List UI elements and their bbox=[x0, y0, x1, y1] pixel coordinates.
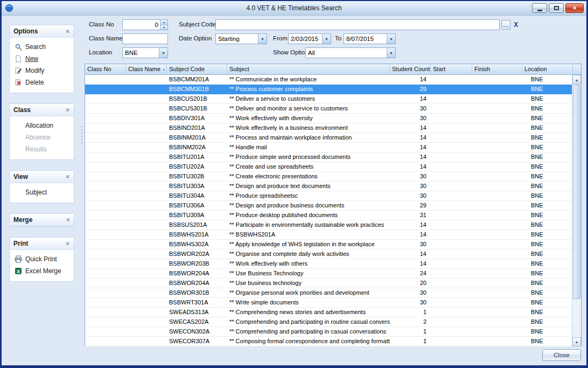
table-row[interactable]: BSBINM202A** Handle mail14BNE bbox=[85, 143, 581, 152]
table-row[interactable]: BSBITU304A** Produce spreadsheetsc30BNE bbox=[85, 191, 581, 201]
table-row[interactable]: BSBITU201A** Produce simple word process… bbox=[85, 152, 581, 162]
panel-view-header[interactable]: View « bbox=[10, 171, 74, 183]
location-label: Location bbox=[89, 49, 112, 55]
table-row[interactable]: BSBITU202A** Create and use spreadsheets… bbox=[85, 162, 581, 172]
search-icon bbox=[15, 43, 22, 51]
sidebar-item-new[interactable]: New bbox=[10, 53, 74, 65]
table-row[interactable]: BSBWOR202A** Organise and complete daily… bbox=[85, 249, 581, 259]
from-date-select[interactable]: 2/03/2015 ▼ bbox=[288, 33, 331, 44]
cell-subject: ** Deliver a service to customers bbox=[227, 94, 390, 103]
sidebar-item-delete[interactable]: Delete bbox=[10, 77, 74, 88]
cell-location: BNE bbox=[522, 85, 573, 94]
close-window-button[interactable]: × bbox=[565, 3, 584, 13]
minimize-button[interactable] bbox=[532, 3, 547, 13]
table-row[interactable]: SWECON302A** Comprehending and participa… bbox=[85, 327, 581, 337]
sidebar-item-modify[interactable]: Modify bbox=[10, 65, 74, 77]
column-header-class-no[interactable]: Class No bbox=[85, 64, 126, 75]
table-row[interactable]: BSBCUS301B** Deliver and monitor a servi… bbox=[85, 104, 581, 114]
cell-finish bbox=[472, 240, 522, 249]
table-row[interactable]: BSBITU303A** Design and produce text doc… bbox=[85, 182, 581, 191]
cell-subjcode: BSBWOR204A bbox=[167, 269, 227, 278]
vertical-scrollbar[interactable]: ▲ ▼ bbox=[572, 75, 581, 346]
subject-code-lookup-button[interactable]: … bbox=[501, 20, 510, 30]
table-row[interactable]: BSBWOR204A** Use business technology20BN… bbox=[85, 279, 581, 288]
scroll-down-icon[interactable]: ▼ bbox=[572, 337, 581, 346]
expand-chevron-icon[interactable]: « bbox=[62, 218, 74, 222]
table-row[interactable]: BSBWRT301A** Write simple documents30BNE bbox=[85, 298, 581, 308]
dropdown-arrow-icon[interactable]: ▼ bbox=[387, 34, 395, 44]
collapse-chevron-icon[interactable]: « bbox=[62, 175, 74, 179]
table-row[interactable]: BSBCMM201A** Communicate in the workplac… bbox=[85, 75, 581, 85]
location-select[interactable]: BNE ▼ bbox=[122, 47, 168, 58]
table-row[interactable]: BSBWHS302A** Apply knowledge of WHS legi… bbox=[85, 240, 581, 249]
dropdown-arrow-icon[interactable]: ▼ bbox=[258, 34, 267, 44]
table-row[interactable]: SWECOR307A** Composing formal correspond… bbox=[85, 337, 581, 346]
column-header-location[interactable]: Location bbox=[522, 64, 573, 75]
dropdown-arrow-icon[interactable]: ▼ bbox=[159, 48, 167, 58]
spinner-down-icon[interactable]: ▾ bbox=[160, 25, 167, 30]
show-option-select[interactable]: All ▼ bbox=[305, 47, 396, 58]
table-row[interactable]: BSBITU306A** Design and produce business… bbox=[85, 201, 581, 211]
column-label: Subject Code bbox=[169, 64, 205, 74]
column-header-start[interactable]: Start bbox=[431, 64, 472, 75]
cell-start bbox=[431, 259, 472, 268]
table-row[interactable]: SWEADS313A** Comprehending news stories … bbox=[85, 308, 581, 317]
cell-location: BNE bbox=[522, 279, 573, 288]
sidebar-item-search[interactable]: Search bbox=[10, 41, 74, 53]
cell-subjcode: BSBWOR301B bbox=[167, 288, 227, 297]
sidebar-item-quick-print[interactable]: Quick Print bbox=[10, 253, 74, 265]
cell-subject: ** Produce spreadsheetsc bbox=[227, 191, 390, 200]
from-label: From bbox=[273, 35, 288, 41]
dropdown-arrow-icon[interactable]: ▼ bbox=[322, 34, 331, 44]
table-row[interactable]: BSBITU309A** Produce desktop published d… bbox=[85, 211, 581, 220]
panel-print-header[interactable]: Print « bbox=[10, 238, 74, 250]
close-button[interactable]: Close bbox=[542, 349, 581, 361]
date-option-select[interactable]: Starting ▼ bbox=[215, 33, 267, 44]
sidebar-item-results: Results bbox=[10, 143, 74, 155]
table-row[interactable]: BSBCUS201B** Deliver a service to custom… bbox=[85, 94, 581, 104]
scrollbar-thumb[interactable] bbox=[573, 85, 580, 299]
cell-location: BNE bbox=[522, 220, 573, 230]
table-row[interactable]: BSBWHS201A** BSBWHS201A14BNE bbox=[85, 230, 581, 240]
column-header-finish[interactable]: Finish bbox=[472, 64, 522, 75]
class-no-input[interactable] bbox=[123, 20, 160, 30]
cell-subjcode: BSBSUS201A bbox=[167, 220, 227, 230]
cell-subject: ** Process customer complaints bbox=[227, 85, 390, 94]
column-header-class-name[interactable]: Class Name▲ bbox=[126, 64, 167, 75]
class-name-input[interactable] bbox=[122, 33, 168, 44]
table-row[interactable]: BSBWOR204A** Use Business Technology24BN… bbox=[85, 269, 581, 279]
table-row[interactable]: BSBWOR203B** Work effectively with other… bbox=[85, 259, 581, 269]
table-row[interactable]: SWECAS202A** Comprehending and participa… bbox=[85, 317, 581, 327]
collapse-chevron-icon[interactable]: « bbox=[62, 108, 74, 112]
table-row[interactable]: BSBSUS201A** Participate in environmenta… bbox=[85, 220, 581, 230]
panel-class-header[interactable]: Class « bbox=[10, 104, 74, 116]
dropdown-arrow-icon[interactable]: ▼ bbox=[387, 48, 395, 58]
table-row[interactable]: BSBIND201A** Work effectively in a busin… bbox=[85, 123, 581, 133]
spinner-up-icon[interactable]: ▴ bbox=[160, 20, 167, 25]
maximize-button[interactable] bbox=[549, 3, 564, 13]
table-row[interactable]: BSBINM201A** Process and maintain workpl… bbox=[85, 133, 581, 143]
table-row[interactable]: BSBDIV301A** Work effectively with diver… bbox=[85, 114, 581, 123]
sidebar-item-excel-merge[interactable]: X Excel Merge bbox=[10, 265, 74, 277]
search-form: Class No ▴ ▾ Subject Code … X Clear Clas… bbox=[85, 16, 583, 63]
to-date-select[interactable]: 8/07/2015 ▼ bbox=[344, 33, 396, 44]
table-row[interactable]: BSBWOR301B** Organise personal work prio… bbox=[85, 288, 581, 298]
column-header-subject[interactable]: Subject bbox=[227, 64, 390, 75]
subject-code-input[interactable] bbox=[215, 19, 500, 30]
cell-subjcode: BSBCMM201A bbox=[167, 75, 227, 84]
scroll-up-icon[interactable]: ▲ bbox=[572, 75, 581, 84]
cell-subjcode: BSBWHS302A bbox=[167, 240, 227, 249]
table-row[interactable]: BSBCMM301B** Process customer complaints… bbox=[85, 85, 581, 94]
sidebar-splitter[interactable] bbox=[80, 126, 83, 161]
panel-title: Class bbox=[13, 104, 31, 116]
column-header-student-count[interactable]: Student Count bbox=[390, 64, 431, 75]
sidebar-item-allocation[interactable]: Allocation bbox=[10, 120, 74, 131]
panel-merge-header[interactable]: Merge « bbox=[10, 214, 74, 226]
sidebar-item-subject[interactable]: Subject bbox=[10, 186, 74, 198]
collapse-chevron-icon[interactable]: « bbox=[62, 30, 74, 33]
subject-code-clear-button[interactable]: X bbox=[512, 20, 520, 30]
column-header-subject-code[interactable]: Subject Code bbox=[167, 64, 227, 75]
collapse-chevron-icon[interactable]: « bbox=[62, 242, 74, 246]
panel-options-header[interactable]: Options « bbox=[10, 25, 74, 38]
table-row[interactable]: BSBITU302B** Create electronic presentat… bbox=[85, 172, 581, 182]
